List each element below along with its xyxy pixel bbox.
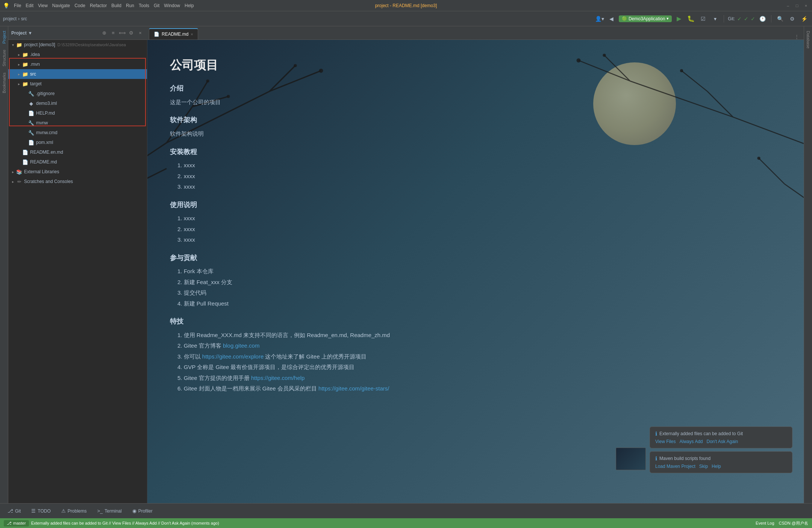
maximize-button[interactable]: □ (794, 3, 800, 9)
menu-refactor[interactable]: Refactor (90, 3, 107, 8)
menu-view[interactable]: View (38, 3, 48, 8)
md-link-blog[interactable]: blog.gitee.com (223, 342, 260, 349)
menu-run[interactable]: Run (126, 3, 134, 8)
notification-git-title: ℹ Externally added files can be added to… (655, 431, 787, 437)
tree-item-demo3iml[interactable]: ◆ demo3.iml (8, 98, 147, 108)
bottom-tab-profiler[interactable]: ◉ Profiler (128, 507, 157, 515)
tree-label-project-root: project [demo3] (24, 42, 55, 47)
sidebar-dropdown-icon[interactable]: ▾ (29, 30, 31, 36)
md-link-help[interactable]: https://gitee.com/help (251, 375, 305, 381)
main-toolbar: project › src 👤▾ ◀ 🟢 Demo3Application ▾ … (0, 11, 812, 26)
right-tab-database[interactable]: Database (805, 28, 812, 51)
more-run-dropdown[interactable]: ▾ (710, 14, 720, 24)
breadcrumb-project[interactable]: project (3, 16, 17, 21)
info-icon-maven: ℹ (655, 455, 657, 461)
md-heading-install: 安装教程 (170, 146, 781, 158)
branch-icon: ⎇ (7, 521, 12, 526)
content-row: Project Structure Bookmarks Project ▾ ⊕ … (0, 26, 812, 503)
tree-item-pomxml[interactable]: 📄 pom.xml (8, 138, 147, 147)
tab-readme[interactable]: 📄 README.md × (149, 28, 198, 39)
close-button[interactable]: × (803, 3, 809, 9)
md-feature-3: 3. 你可以 https://gitee.com/explore 这个地址来了解… (177, 352, 781, 362)
tree-item-extlibs[interactable]: ▸ 📚 External Libraries (8, 167, 147, 177)
folder-icon-scratches: ✏ (16, 178, 23, 185)
menu-code[interactable]: Code (74, 3, 85, 8)
sidebar-collapse-all-icon[interactable]: ≡ (109, 29, 117, 37)
file-icon-helpmd: 📄 (28, 110, 35, 116)
md-feature-4: 4. GVP 全称是 Gitee 最有价值开源项目，是综合评定出的优秀开源项目 (177, 362, 781, 372)
tree-item-readmemd[interactable]: 📄 README.md (8, 157, 147, 167)
tree-item-idea[interactable]: ▸ 📁 .idea (8, 50, 147, 59)
tab-close-readme[interactable]: × (191, 32, 193, 36)
git-tab-icon: ⎇ (8, 508, 13, 514)
search-button[interactable]: 🔍 (775, 14, 785, 24)
settings-button[interactable]: ⚙ (787, 14, 797, 24)
tree-item-readmeenmd[interactable]: 📄 README.en.md (8, 147, 147, 157)
notif-skip[interactable]: Skip (699, 464, 708, 469)
git-check-icon[interactable]: ✓ (737, 16, 742, 22)
md-link-stars[interactable]: https://gitee.com/gitee-stars/ (318, 385, 389, 392)
tree-item-target[interactable]: ▸ 📁 target (8, 79, 147, 89)
activity-project[interactable]: Project (1, 28, 8, 47)
bottom-tab-todo[interactable]: ☰ TODO (27, 507, 55, 515)
bottom-tab-problems[interactable]: ⚠ Problems (57, 507, 91, 515)
git-check3-icon[interactable]: ✓ (751, 16, 755, 22)
folder-icon-target: 📁 (22, 80, 29, 87)
md-feature-2: 2. Gitee 官方博客 blog.gitee.com (177, 341, 781, 351)
md-link-explore[interactable]: https://gitee.com/explore (202, 353, 264, 360)
md-contribute-4: 4. 新建 Pull Request (177, 299, 781, 309)
git-branch[interactable]: ⎇ master (4, 520, 29, 526)
menu-git[interactable]: Git (154, 3, 159, 8)
tree-item-helpmd[interactable]: 📄 HELP.md (8, 108, 147, 118)
bottom-tab-todo-label: TODO (38, 508, 50, 514)
run-button[interactable]: ▶ (674, 14, 684, 24)
notification-git: ℹ Externally added files can be added to… (650, 427, 792, 448)
tree-item-scratches[interactable]: ▸ ✏ Scratches and Consoles (8, 177, 147, 186)
tab-bar-more[interactable]: ⋮ (791, 34, 802, 39)
bottom-tab-terminal[interactable]: >_ Terminal (92, 507, 126, 515)
status-left: ⎇ master Externally added files can be a… (4, 520, 219, 526)
menu-window[interactable]: Window (164, 3, 180, 8)
power-save-button[interactable]: ⚡ (799, 14, 809, 24)
bottom-tab-git[interactable]: ⎇ Git (3, 507, 25, 515)
menu-file[interactable]: File (14, 3, 21, 8)
folder-icon-mvn: 📁 (22, 61, 29, 68)
tree-label-helpmd: HELP.md (36, 110, 55, 116)
menu-navigate[interactable]: Navigate (52, 3, 70, 8)
menu-edit[interactable]: Edit (26, 3, 33, 8)
coverage-button[interactable]: ☑ (698, 14, 708, 24)
run-config-selector[interactable]: 🟢 Demo3Application ▾ (619, 15, 672, 22)
tree-arrow-gitignore (22, 91, 28, 97)
user-button[interactable]: 👤▾ (595, 14, 604, 24)
menu-build[interactable]: Build (111, 3, 121, 8)
menu-tools[interactable]: Tools (139, 3, 149, 8)
breadcrumb-src[interactable]: src (21, 16, 27, 21)
sidebar-expand-icon[interactable]: ⟺ (118, 29, 126, 37)
notif-load-maven[interactable]: Load Maven Project (655, 464, 695, 469)
sidebar: Project ▾ ⊕ ≡ ⟺ ⚙ × ▾ 📁 (8, 26, 147, 503)
debug-button[interactable]: 🐛 (686, 14, 696, 24)
notif-dont-ask[interactable]: Don't Ask Again (707, 439, 738, 444)
tree-arrow-mvn: ▸ (16, 61, 22, 67)
event-log-link[interactable]: Event Log (756, 521, 774, 525)
tree-item-project-root[interactable]: ▾ 📁 project [demo3] D:\53289\Desktop\sea… (8, 40, 147, 50)
git-check2-icon[interactable]: ✓ (744, 16, 748, 22)
tree-item-mvnwcmd[interactable]: 🔧 mvnw.cmd (8, 128, 147, 138)
sidebar-close-icon[interactable]: × (136, 29, 144, 37)
menu-help[interactable]: Help (185, 3, 194, 8)
notif-help[interactable]: Help (712, 464, 721, 469)
tree-item-gitignore[interactable]: 🔧 .gitignore (8, 89, 147, 98)
csdn-label: CSDN @用户名 (779, 520, 808, 526)
sidebar-settings-icon[interactable]: ⚙ (127, 29, 135, 37)
activity-bookmarks[interactable]: Bookmarks (1, 70, 8, 96)
sidebar-locate-icon[interactable]: ⊕ (100, 29, 108, 37)
minimize-button[interactable]: – (785, 3, 791, 9)
tree-item-mvn[interactable]: ▸ 📁 .mvn (8, 59, 147, 69)
tree-item-mvnw[interactable]: 🔧 mvnw (8, 118, 147, 128)
git-history-button[interactable]: 🕐 (757, 14, 767, 24)
notif-view-files[interactable]: View Files (655, 439, 676, 444)
vcs-back-button[interactable]: ◀ (607, 14, 617, 24)
activity-structure[interactable]: Structure (1, 47, 8, 70)
notif-always-add[interactable]: Always Add (679, 439, 703, 444)
tree-item-src[interactable]: ▸ 📁 src (8, 69, 147, 79)
